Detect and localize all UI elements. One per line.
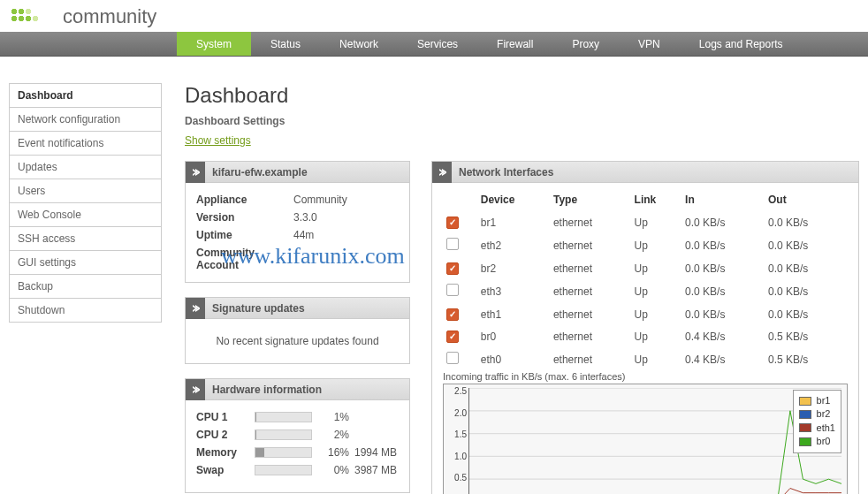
y-tick: 1.0 — [454, 452, 467, 461]
show-settings-link[interactable]: Show settings — [185, 134, 251, 147]
host-panel-title: kifaru-efw.example — [205, 166, 308, 179]
chart-legend: br1br2eth1br0 — [793, 390, 841, 453]
interface-checkbox[interactable] — [446, 352, 459, 364]
hw-label: Swap — [196, 464, 249, 476]
sidebar-item-web-console[interactable]: Web Console — [9, 203, 162, 227]
interface-checkbox[interactable] — [446, 331, 459, 343]
device-name[interactable]: br1 — [477, 211, 550, 233]
device-type: ethernet — [550, 303, 631, 325]
nav-network[interactable]: Network — [320, 32, 398, 56]
community-account-label: Community Account — [196, 247, 293, 271]
progress-bar — [255, 465, 312, 475]
net-col-out: Out — [765, 188, 848, 211]
traffic-chart: 2.52.01.51.00.50.0 br1br2eth1br0 — [443, 384, 848, 494]
device-name[interactable]: eth3 — [477, 279, 550, 303]
legend-item: eth1 — [799, 422, 835, 435]
dashboard-settings-heading: Dashboard Settings — [185, 115, 859, 127]
sidebar-item-event-notifications[interactable]: Event notifications — [9, 132, 162, 156]
device-out: 0.5 KB/s — [765, 325, 848, 347]
hw-pct: 0% — [317, 464, 349, 476]
header: community — [0, 0, 868, 32]
device-in: 0.0 KB/s — [681, 279, 765, 303]
network-interfaces-panel: Network Interfaces DeviceTypeLinkInOutbr… — [431, 161, 859, 494]
sidebar-item-backup[interactable]: Backup — [9, 275, 162, 299]
net-col-in: In — [681, 188, 765, 211]
sidebar-item-dashboard[interactable]: Dashboard — [9, 83, 162, 108]
y-tick: 1.5 — [454, 429, 467, 439]
legend-swatch — [799, 410, 811, 419]
net-col-link: Link — [631, 188, 682, 211]
y-tick: 2.5 — [454, 386, 467, 396]
legend-label: eth1 — [817, 422, 835, 435]
nav-logs-and-reports[interactable]: Logs and Reports — [680, 32, 803, 56]
nav-proxy[interactable]: Proxy — [552, 32, 619, 56]
legend-item: br1 — [799, 394, 835, 407]
progress-bar — [255, 412, 312, 422]
legend-label: br1 — [817, 394, 831, 407]
legend-swatch — [799, 437, 811, 446]
interface-checkbox[interactable] — [446, 284, 459, 296]
device-name[interactable]: br2 — [477, 257, 550, 279]
sidebar-item-updates[interactable]: Updates — [9, 156, 162, 179]
collapse-button[interactable] — [432, 162, 452, 183]
device-name[interactable]: eth2 — [477, 233, 550, 257]
nav-status[interactable]: Status — [251, 32, 320, 56]
nav-system[interactable]: System — [177, 32, 251, 56]
collapse-button[interactable] — [186, 379, 205, 400]
device-link: Up — [631, 233, 682, 257]
y-tick: 0.5 — [454, 473, 467, 483]
device-link: Up — [631, 211, 682, 233]
hw-label: CPU 2 — [196, 429, 249, 441]
device-link: Up — [631, 257, 682, 279]
nav-firewall[interactable]: Firewall — [477, 32, 552, 56]
hw-row: CPU 11% — [196, 411, 399, 423]
legend-item: br0 — [799, 435, 835, 448]
net-row: br1ethernetUp0.0 KB/s0.0 KB/s — [443, 211, 848, 233]
legend-swatch — [799, 397, 811, 406]
uptime-value: 44m — [293, 229, 399, 241]
interface-checkbox[interactable] — [446, 217, 459, 229]
sidebar-item-ssh-access[interactable]: SSH access — [9, 227, 162, 251]
device-out: 0.0 KB/s — [765, 303, 848, 325]
device-name[interactable]: br0 — [477, 325, 550, 347]
device-link: Up — [631, 347, 682, 371]
hw-label: CPU 1 — [196, 411, 249, 423]
nav-services[interactable]: Services — [398, 32, 477, 56]
network-panel-title: Network Interfaces — [452, 166, 553, 179]
net-row: eth2ethernetUp0.0 KB/s0.0 KB/s — [443, 233, 848, 257]
signature-panel-title: Signature updates — [205, 302, 305, 315]
net-row: eth3ethernetUp0.0 KB/s0.0 KB/s — [443, 279, 848, 303]
hw-row: CPU 22% — [196, 429, 399, 441]
interface-checkbox[interactable] — [446, 262, 459, 275]
sidebar-item-shutdown[interactable]: Shutdown — [9, 299, 162, 323]
hw-extra: 1994 MB — [354, 446, 399, 459]
collapse-button[interactable] — [186, 162, 205, 183]
net-row: eth0ethernetUp0.4 KB/s0.5 KB/s — [443, 347, 848, 371]
net-col-check — [443, 188, 477, 211]
legend-label: br2 — [817, 407, 831, 421]
hw-row: Swap0%3987 MB — [196, 464, 399, 476]
sidebar-item-users[interactable]: Users — [9, 179, 162, 203]
legend-swatch — [799, 423, 811, 432]
nav-vpn[interactable]: VPN — [619, 32, 680, 56]
interface-checkbox[interactable] — [446, 238, 459, 250]
device-in: 0.4 KB/s — [681, 325, 765, 347]
sidebar-item-gui-settings[interactable]: GUI settings — [9, 251, 162, 275]
device-name[interactable]: eth1 — [477, 303, 550, 325]
device-type: ethernet — [550, 325, 631, 347]
device-out: 0.5 KB/s — [765, 347, 848, 371]
progress-bar — [255, 447, 312, 458]
hw-row: Memory16%1994 MB — [196, 446, 399, 459]
device-name[interactable]: eth0 — [477, 347, 550, 371]
signature-updates-panel: Signature updates No recent signature up… — [185, 297, 410, 364]
logo-icon — [9, 8, 57, 26]
interface-checkbox[interactable] — [446, 308, 459, 321]
signature-empty-message: No recent signature updates found — [186, 319, 409, 363]
collapse-button[interactable] — [186, 298, 205, 319]
hw-pct: 16% — [317, 446, 349, 459]
sidebar-item-network-configuration[interactable]: Network configuration — [9, 108, 162, 132]
device-type: ethernet — [550, 279, 631, 303]
legend-label: br0 — [817, 435, 831, 448]
net-col-device: Device — [477, 188, 550, 211]
device-link: Up — [631, 279, 682, 303]
